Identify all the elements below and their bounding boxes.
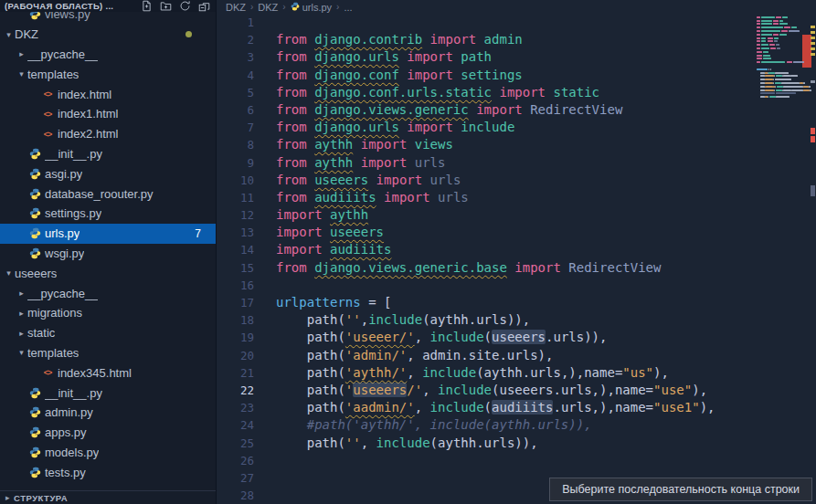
line-number[interactable]: 15 bbox=[217, 259, 254, 277]
tree-item-urls.py[interactable]: urls.py7 bbox=[0, 224, 216, 244]
tree-item-templates[interactable]: ▾templates bbox=[0, 64, 216, 84]
line-number[interactable]: 5 bbox=[217, 84, 254, 101]
breadcrumb-item-...[interactable]: ... bbox=[344, 2, 352, 13]
tree-item-settings.py[interactable]: settings.py bbox=[0, 204, 216, 224]
tree-item-__pycache__[interactable]: ▸__pycache__ bbox=[0, 283, 216, 303]
line-content[interactable] bbox=[254, 487, 276, 504]
file-label: asgi.py bbox=[45, 167, 82, 181]
tree-item-index2.html[interactable]: <>index2.html bbox=[0, 124, 216, 144]
line-content[interactable]: from django.views.generic.base import Re… bbox=[254, 259, 661, 277]
code-area[interactable]: 12from django.contrib import admin3from … bbox=[217, 14, 754, 504]
line-content[interactable]: from django.contrib import admin bbox=[254, 31, 523, 48]
line-content[interactable]: from django.conf import settings bbox=[254, 67, 523, 84]
line-content[interactable] bbox=[254, 277, 276, 294]
line-number[interactable]: 27 bbox=[217, 469, 254, 487]
line-number[interactable]: 24 bbox=[217, 416, 254, 434]
line-content[interactable]: from django.urls import path bbox=[254, 48, 492, 66]
line-content[interactable]: path('', include(aythh.urls)), bbox=[254, 435, 538, 452]
line-content[interactable]: from django.conf.urls.static import stat… bbox=[254, 84, 599, 101]
line-number[interactable]: 9 bbox=[217, 154, 254, 172]
line-content[interactable]: urlpatterns = [ bbox=[254, 294, 391, 311]
new-folder-icon[interactable] bbox=[159, 0, 172, 13]
line-number[interactable]: 6 bbox=[217, 101, 254, 119]
line-content[interactable]: import aythh bbox=[254, 206, 368, 224]
line-content[interactable]: import audiiits bbox=[254, 241, 391, 258]
line-number[interactable]: 22 bbox=[217, 382, 254, 399]
file-label: tests.py bbox=[45, 466, 86, 479]
line-content[interactable]: from django.views.generic import Redirec… bbox=[254, 101, 622, 119]
breadcrumb-item-urls.py[interactable]: urls.py bbox=[291, 2, 332, 13]
line-number[interactable]: 20 bbox=[217, 347, 254, 364]
line-content[interactable]: from aythh import views bbox=[254, 136, 453, 153]
line-content[interactable] bbox=[254, 452, 276, 469]
line-number[interactable]: 13 bbox=[217, 224, 254, 241]
line-content[interactable]: path('aythh/', include(aythh.urls,),name… bbox=[254, 364, 669, 382]
new-file-icon[interactable] bbox=[140, 0, 153, 13]
tree-item-index.html[interactable]: <>index.html bbox=[0, 84, 216, 104]
tree-item-asgi.py[interactable]: asgi.py bbox=[0, 163, 216, 184]
tree-item-index1.html[interactable]: <>index1.html bbox=[0, 104, 216, 124]
breadcrumb-item-DKZ[interactable]: DKZ bbox=[226, 2, 246, 13]
file-label: wsgi.py bbox=[45, 247, 84, 260]
line-number[interactable]: 7 bbox=[217, 119, 254, 136]
minimap[interactable] bbox=[757, 13, 810, 504]
tree-item-__init__.py[interactable]: __init__.py bbox=[0, 383, 216, 403]
tree-item-views.py[interactable]: views.py bbox=[0, 12, 216, 25]
line-content[interactable]: path('admin/', admin.site.urls), bbox=[254, 347, 553, 364]
tree-item-admin.py[interactable]: admin.py bbox=[0, 403, 216, 423]
line-content[interactable]: path('useeers/', include(useeers.urls,),… bbox=[254, 382, 707, 399]
line-content[interactable]: path('aadmin/', include(audiiits.urls,),… bbox=[254, 399, 715, 416]
tree-item-DKZ[interactable]: ▾DKZ bbox=[0, 25, 216, 45]
tree-item-apps.py[interactable]: apps.py bbox=[0, 423, 216, 443]
line-number[interactable]: 8 bbox=[217, 136, 254, 153]
tree-item-wsgi.py[interactable]: wsgi.py bbox=[0, 244, 216, 264]
tree-item-useeers[interactable]: ▾useeers bbox=[0, 263, 216, 283]
line-content[interactable]: path('useeer/', include(useeers.urls)), bbox=[254, 329, 607, 346]
tree-item-static[interactable]: ▸static bbox=[0, 323, 216, 343]
line-content[interactable]: from aythh import urls bbox=[254, 154, 445, 172]
line-number[interactable]: 21 bbox=[217, 364, 254, 382]
tree-item-migrations[interactable]: ▸migrations bbox=[0, 303, 216, 323]
line-number[interactable]: 2 bbox=[217, 31, 254, 48]
line-number[interactable]: 12 bbox=[217, 206, 254, 224]
line-number[interactable]: 23 bbox=[217, 399, 254, 416]
line-number[interactable]: 19 bbox=[217, 329, 254, 346]
line-number[interactable]: 3 bbox=[217, 48, 254, 66]
tree-item-database_roouter.py[interactable]: database_roouter.py bbox=[0, 184, 216, 204]
tree-item-__init__.py[interactable]: __init__.py bbox=[0, 144, 216, 164]
line-content[interactable] bbox=[254, 14, 276, 31]
line-content[interactable]: from useeers import urls bbox=[254, 172, 461, 189]
line-number[interactable]: 18 bbox=[217, 311, 254, 329]
line-number[interactable]: 17 bbox=[217, 294, 254, 311]
tree-item-templates[interactable]: ▾templates bbox=[0, 343, 216, 363]
line-number[interactable]: 14 bbox=[217, 241, 254, 258]
line-content[interactable]: #path('aythh/', include(aythh.urls)), bbox=[254, 416, 592, 434]
line-number[interactable]: 25 bbox=[217, 435, 254, 452]
line-number[interactable]: 10 bbox=[217, 172, 254, 189]
line-content[interactable]: import useeers bbox=[254, 224, 384, 241]
line-number[interactable]: 26 bbox=[217, 452, 254, 469]
line-content[interactable]: from django.urls import include bbox=[254, 119, 514, 136]
outline-section-header[interactable]: ▸ СТРУКТУРА bbox=[0, 490, 216, 504]
tree-item-index345.html[interactable]: <>index345.html bbox=[0, 362, 216, 383]
code-token: 'aythh/' bbox=[345, 365, 407, 380]
refresh-icon[interactable] bbox=[178, 0, 191, 13]
line-number[interactable]: 28 bbox=[217, 487, 254, 504]
python-file-icon bbox=[291, 2, 300, 13]
line-number[interactable]: 11 bbox=[217, 189, 254, 206]
code-token: (aythh.urls)), bbox=[422, 312, 530, 327]
code-token: /' bbox=[407, 383, 422, 397]
tree-item-models.py[interactable]: models.py bbox=[0, 443, 216, 463]
collapse-all-icon[interactable] bbox=[197, 0, 210, 13]
code-token: aythh bbox=[314, 155, 353, 170]
line-number[interactable]: 16 bbox=[217, 277, 254, 294]
breadcrumb-item-DKZ[interactable]: DKZ bbox=[258, 2, 278, 13]
line-number[interactable]: 1 bbox=[217, 14, 254, 31]
line-content[interactable] bbox=[254, 469, 276, 487]
tree-item-tests.py[interactable]: tests.py bbox=[0, 462, 216, 482]
line-content[interactable]: path('',include(aythh.urls)), bbox=[254, 311, 530, 329]
line-number[interactable]: 4 bbox=[217, 67, 254, 84]
breadcrumb-label: DKZ bbox=[226, 2, 246, 13]
line-content[interactable]: from audiiits import urls bbox=[254, 189, 469, 206]
tree-item-__pycache__[interactable]: ▸__pycache__ bbox=[0, 45, 216, 65]
